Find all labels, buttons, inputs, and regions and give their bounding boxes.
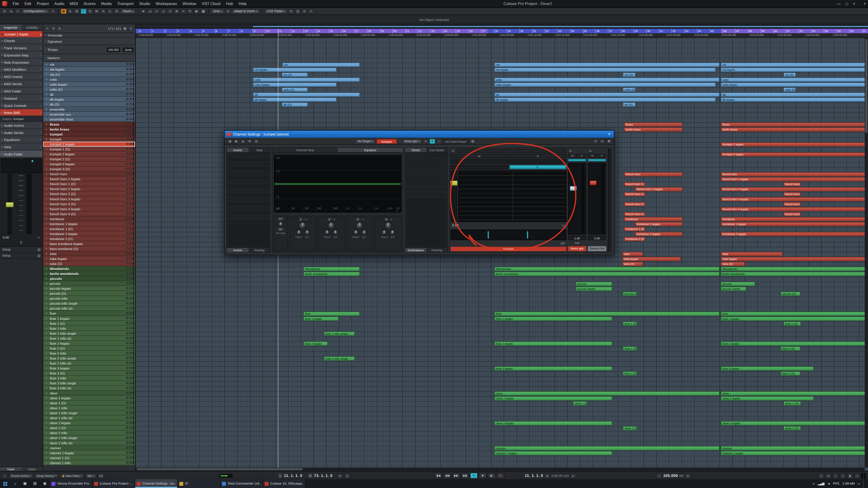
- search-icon[interactable]: ○: [10, 479, 20, 488]
- inspector-section-chords[interactable]: ▸Chords▪: [0, 37, 43, 44]
- history-icon[interactable]: ◂: [8, 8, 14, 13]
- audio-activity-icon[interactable]: ▮: [847, 473, 853, 478]
- monitor-button[interactable]: [129, 73, 132, 75]
- track-row[interactable]: ▪db (D): [43, 102, 135, 107]
- menu-window[interactable]: Window: [180, 0, 199, 7]
- new-parts-dropdown[interactable]: ◆New Parts▾: [60, 473, 84, 478]
- monitor-button[interactable]: [129, 228, 132, 230]
- event[interactable]: trombone 1 legato: [721, 222, 868, 226]
- monitor-button[interactable]: [129, 456, 132, 459]
- right-locator-value[interactable]: 73. 1. 1. 0: [314, 474, 333, 477]
- punch-in-icon[interactable]: ⊓: [337, 473, 343, 478]
- monitor-button[interactable]: [129, 222, 132, 225]
- event[interactable]: vla (D): [623, 72, 636, 77]
- monitor-button[interactable]: [129, 461, 132, 464]
- monitor-button[interactable]: [129, 447, 132, 449]
- track-row[interactable]: ▪piccolo trills: [43, 296, 135, 301]
- tab-sends[interactable]: Sends: [405, 148, 426, 152]
- monitor-button[interactable]: [129, 417, 132, 419]
- monitor-button[interactable]: [129, 451, 132, 454]
- event[interactable]: flute 1 (D): [783, 322, 801, 326]
- track-timecode[interactable]: ▪Timecode: [43, 33, 135, 38]
- record-enable-button[interactable]: [126, 248, 128, 250]
- event[interactable]: cello legato: [253, 83, 337, 87]
- inspector-instrument-row[interactable]: ▸brass (BB)e: [0, 109, 43, 116]
- record-enable-button[interactable]: [126, 297, 128, 299]
- tab-destinations[interactable]: Destinations: [405, 248, 426, 252]
- setup-row[interactable]: Setup: [0, 253, 43, 259]
- edit-instrument-icon[interactable]: e: [430, 138, 435, 143]
- mute-tool[interactable]: ×: [181, 8, 186, 13]
- color-tool[interactable]: ▦: [200, 8, 206, 13]
- event[interactable]: french horn 4 (D): [783, 212, 801, 217]
- track-markers[interactable]: ▪Markers: [43, 54, 135, 62]
- monitor-button[interactable]: [129, 213, 132, 215]
- next-channel-icon[interactable]: ▼: [247, 138, 252, 143]
- track-row[interactable]: ▪oboe 2 trills: [43, 430, 135, 435]
- gear-icon[interactable]: [38, 248, 40, 251]
- record-enable-button[interactable]: [126, 153, 128, 155]
- monitor-button[interactable]: [129, 402, 132, 404]
- direct-routing-dropdown[interactable]: No Target▾: [355, 138, 375, 143]
- insert-slot[interactable]: [228, 211, 270, 215]
- track-row[interactable]: ▪flute 2 trills single: [43, 356, 135, 361]
- monitor-button[interactable]: [129, 387, 132, 389]
- event[interactable]: flute 2 (D): [780, 346, 800, 351]
- event[interactable]: tuba (D): [721, 262, 745, 266]
- event[interactable]: piccolo (D): [623, 292, 637, 296]
- menu-media[interactable]: Media: [98, 0, 114, 7]
- event[interactable]: piccolo: [576, 282, 612, 286]
- time-format-swap-icon[interactable]: ⇄: [544, 473, 550, 478]
- track-preset-field[interactable]: No Track Preset: [443, 138, 469, 143]
- monitor-button[interactable]: [129, 143, 132, 145]
- horizontal-scrollbar[interactable]: [135, 467, 865, 471]
- event[interactable]: clarinet: [721, 446, 868, 451]
- insert-slot[interactable]: [228, 215, 270, 220]
- event[interactable]: flute 1 legato: [494, 317, 612, 321]
- event[interactable]: db: [494, 92, 720, 97]
- time-ruler[interactable]: 0:00:00.0000:00:05.0000:00:10.0000:00:15…: [135, 33, 868, 38]
- punch-out-icon[interactable]: ⊔: [344, 473, 350, 478]
- zoom-tool[interactable]: ⊕: [174, 8, 180, 13]
- monitor-button[interactable]: [129, 307, 132, 309]
- track-row[interactable]: ▪vla legato: [43, 67, 135, 72]
- freq-knob[interactable]: [324, 230, 330, 235]
- left-locator-value[interactable]: 11. 1. 1. 0: [284, 474, 302, 477]
- left-locator-icon[interactable]: L: [278, 473, 283, 478]
- monitor-button[interactable]: [129, 392, 132, 394]
- record-enable-button[interactable]: [126, 138, 128, 140]
- event[interactable]: db (D): [623, 102, 636, 107]
- event[interactable]: vla legato: [721, 68, 868, 72]
- nav-back-icon[interactable]: ◀: [227, 138, 232, 143]
- band-type-icon[interactable]: ~: [304, 218, 305, 221]
- track-row[interactable]: ▪oboe 1 trills sfz: [43, 416, 135, 420]
- q-knob[interactable]: [304, 230, 310, 235]
- quantize-panel-icon[interactable]: Q: [295, 8, 301, 13]
- tab-inserts[interactable]: Inserts: [227, 248, 249, 252]
- band-type-icon[interactable]: ~: [361, 218, 362, 221]
- tab-channel-strip[interactable]: Channel Strip: [272, 148, 338, 152]
- event[interactable]: flute: [303, 312, 360, 316]
- track-row[interactable]: ▪flute 1 trills sfz: [43, 336, 135, 341]
- record-enable-button[interactable]: [126, 277, 128, 280]
- channel-settings-titlebar[interactable]: Channel Settings : trumpet [stereo] ×: [225, 131, 614, 138]
- event[interactable]: oboe: [721, 391, 868, 396]
- event[interactable]: clarinet 1 legato: [494, 451, 612, 455]
- snap-icon[interactable]: ⊓: [288, 8, 294, 13]
- band-enable-button[interactable]: 1: [299, 217, 303, 221]
- pan-control[interactable]: [568, 159, 586, 162]
- send-slot[interactable]: [406, 181, 447, 186]
- monitor-button[interactable]: [129, 237, 132, 240]
- edit-icon[interactable]: e: [588, 149, 593, 153]
- event[interactable]: db: [721, 92, 868, 97]
- freq-knob[interactable]: [296, 230, 302, 235]
- monitor-button[interactable]: [129, 83, 132, 85]
- menu-help[interactable]: Help: [236, 0, 250, 7]
- insert-slot[interactable]: [228, 175, 270, 180]
- event[interactable]: flute 3 legato: [494, 366, 612, 371]
- track-row[interactable]: ▪flute 2 trills: [43, 351, 135, 356]
- event[interactable]: db (D): [282, 102, 308, 107]
- event[interactable]: db: [253, 92, 360, 97]
- event[interactable]: cello: [253, 77, 360, 82]
- midi-out-activity-icon[interactable]: ▪: [840, 473, 846, 478]
